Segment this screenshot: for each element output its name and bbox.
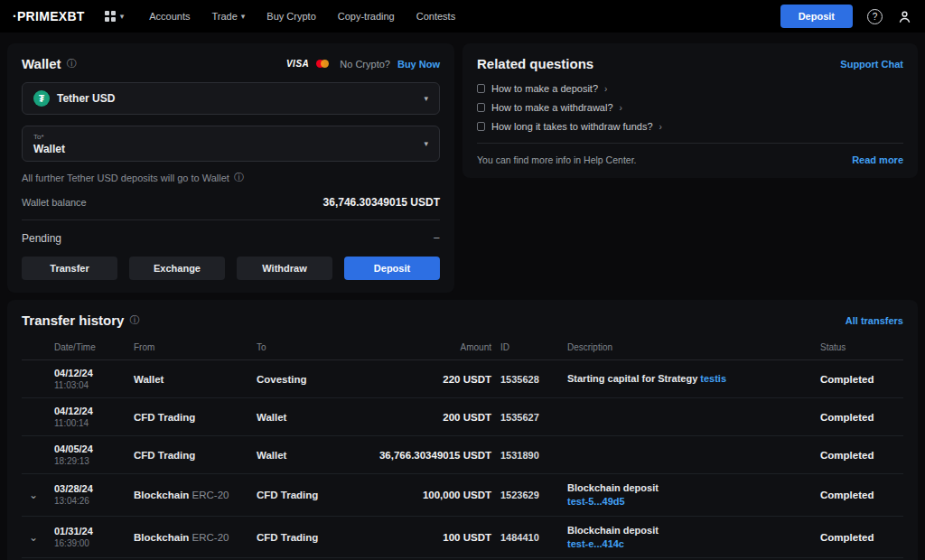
chevron-right-icon: › — [604, 84, 607, 94]
deposit-button[interactable]: Deposit — [344, 257, 440, 280]
exchange-button[interactable]: Exchange — [129, 257, 225, 280]
visa-logo: VISA — [286, 59, 309, 69]
tx-hash-link[interactable]: test-5...49d5 — [567, 495, 811, 509]
caret-down-icon: ▾ — [424, 94, 428, 103]
chevron-right-icon: › — [659, 122, 662, 132]
buy-now-link[interactable]: Buy Now — [397, 59, 440, 70]
pending-section: Pending − — [22, 231, 440, 245]
table-row: 04/05/2418:29:13 CFD Trading Wallet 36,7… — [22, 436, 903, 474]
destination-select[interactable]: To* Wallet ▾ — [22, 126, 440, 162]
info-icon[interactable]: ⓘ — [67, 57, 77, 70]
read-more-link[interactable]: Read more — [852, 154, 903, 165]
apps-grid-icon — [105, 11, 116, 22]
top-navigation: ·PRIMEXBT ▾ Accounts Trade▾ Buy Crypto C… — [0, 0, 925, 33]
wallet-balance-label: Wallet balance — [22, 197, 87, 208]
nav-item-copy-trading[interactable]: Copy-trading — [338, 11, 395, 22]
table-row: 04/12/2411:03:04 Wallet Covesting 220 US… — [22, 360, 903, 398]
apps-menu[interactable]: ▾ — [105, 11, 125, 22]
caret-down-icon: ▾ — [241, 12, 246, 21]
transfer-history-title: Transfer history ⓘ — [22, 313, 139, 328]
question-item[interactable]: How long it takes to withdraw funds? › — [477, 121, 903, 132]
page-content: Wallet ⓘ VISA No Crypto? Buy Now ₮ Tethe… — [0, 33, 925, 560]
strategy-link[interactable]: testis — [700, 373, 726, 384]
col-description: Description — [567, 342, 811, 352]
destination-select-value: Wallet — [33, 143, 424, 155]
col-status: Status — [820, 342, 903, 352]
info-icon[interactable]: ⓘ — [234, 171, 244, 184]
col-id: ID — [500, 342, 558, 352]
status-badge: Completed — [820, 490, 903, 500]
wallet-balance-value: 36,746.30349015 USDT — [323, 196, 440, 209]
currency-select[interactable]: ₮ Tether USD ▾ — [22, 82, 440, 115]
table-row: ⌄ 03/28/2413:04:26 Blockchain ERC-20 CFD… — [22, 474, 903, 517]
transfer-history-card: Transfer history ⓘ All transfers Date/Ti… — [7, 300, 918, 560]
status-badge: Completed — [820, 532, 903, 543]
divider — [22, 219, 440, 220]
wallet-title: Wallet ⓘ — [22, 56, 77, 71]
table-row: 04/12/2411:00:14 CFD Trading Wallet 200 … — [22, 398, 903, 436]
status-badge: Completed — [820, 412, 903, 423]
nav-deposit-button[interactable]: Deposit — [780, 5, 853, 28]
nav-item-accounts[interactable]: Accounts — [149, 11, 190, 22]
status-badge: Completed — [820, 450, 903, 461]
primexbt-logo[interactable]: ·PRIMEXBT — [13, 9, 85, 23]
nav-item-contests[interactable]: Contests — [416, 11, 455, 22]
expand-chevron-icon[interactable]: ⌄ — [22, 490, 45, 500]
col-from: From — [134, 342, 248, 352]
nav-item-trade[interactable]: Trade▾ — [211, 11, 245, 22]
questions-list: How to make a deposit? › How to make a w… — [477, 83, 903, 132]
document-icon — [477, 122, 485, 131]
no-crypto-label: No Crypto? — [340, 59, 390, 70]
all-transfers-link[interactable]: All transfers — [846, 315, 903, 326]
nav-items: Accounts Trade▾ Buy Crypto Copy-trading … — [149, 11, 763, 22]
col-amount: Amount — [356, 342, 491, 352]
expand-chevron-icon[interactable]: ⌄ — [22, 532, 45, 543]
withdraw-button[interactable]: Withdraw — [237, 257, 332, 280]
transfer-history-table: Date/Time From To Amount ID Description … — [22, 333, 903, 558]
collapse-icon[interactable]: − — [433, 231, 440, 245]
help-center-note: You can find more info in Help Center. — [477, 154, 636, 165]
wallet-card: Wallet ⓘ VISA No Crypto? Buy Now ₮ Tethe… — [7, 43, 454, 293]
question-item[interactable]: How to make a withdrawal? › — [477, 102, 903, 113]
destination-select-label: To* — [33, 133, 424, 141]
document-icon — [477, 103, 485, 112]
table-header-row: Date/Time From To Amount ID Description … — [22, 333, 903, 360]
status-badge: Completed — [820, 374, 903, 385]
caret-down-icon: ▾ — [424, 139, 428, 148]
wallet-balance-row: Wallet balance 36,746.30349015 USDT — [22, 196, 440, 209]
question-item[interactable]: How to make a deposit? › — [477, 83, 903, 94]
related-questions-title: Related questions — [477, 56, 593, 71]
col-to: To — [257, 342, 347, 352]
nav-right: Deposit ? — [780, 5, 912, 28]
currency-select-value: Tether USD — [57, 92, 424, 105]
divider — [477, 143, 903, 144]
help-icon[interactable]: ? — [867, 9, 883, 24]
caret-down-icon: ▾ — [120, 12, 125, 21]
chevron-right-icon: › — [620, 103, 622, 113]
table-row: ⌄ 01/31/2416:39:00 Blockchain ERC-20 CFD… — [22, 517, 903, 559]
mastercard-logo — [316, 60, 329, 68]
deposit-note: All further Tether USD deposits will go … — [22, 171, 440, 184]
nav-item-buy-crypto[interactable]: Buy Crypto — [266, 11, 315, 22]
pending-label: Pending — [22, 232, 61, 245]
related-questions-card: Related questions Support Chat How to ma… — [462, 43, 918, 178]
info-icon[interactable]: ⓘ — [129, 313, 139, 327]
transfer-button[interactable]: Transfer — [22, 257, 117, 280]
user-icon[interactable] — [897, 9, 912, 24]
tether-icon: ₮ — [33, 90, 50, 107]
col-datetime: Date/Time — [54, 342, 125, 352]
support-chat-link[interactable]: Support Chat — [840, 59, 903, 70]
wallet-actions: Transfer Exchange Withdraw Deposit — [22, 257, 440, 280]
document-icon — [477, 84, 485, 93]
tx-hash-link[interactable]: test-e...414c — [567, 537, 811, 551]
